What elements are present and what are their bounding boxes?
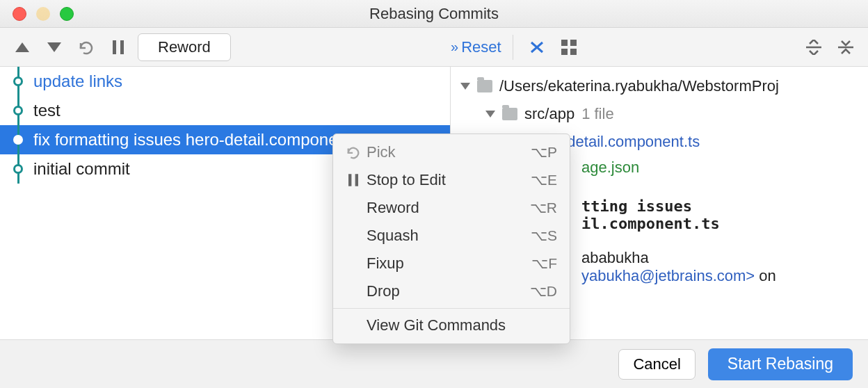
toolbar: Reword » Reset: [0, 28, 868, 67]
commit-email[interactable]: yabukha@jetbrains.com>: [581, 267, 755, 284]
svg-rect-1: [120, 40, 124, 54]
move-down-button[interactable]: [42, 35, 67, 60]
move-up-button[interactable]: [10, 35, 35, 60]
svg-rect-4: [561, 49, 568, 55]
graph-node-icon: [13, 106, 23, 115]
svg-rect-0: [113, 40, 116, 54]
menu-separator: [333, 308, 570, 309]
commit-message: fix formatting issues hero-detail.compon…: [32, 130, 369, 149]
svg-rect-3: [570, 40, 577, 46]
menu-label: Stop to Edit: [364, 171, 531, 189]
svg-rect-9: [355, 174, 358, 186]
menu-label: Fixup: [364, 254, 531, 273]
pause-button[interactable]: [106, 35, 131, 60]
menu-shortcut: ⌥P: [531, 144, 557, 161]
menu-shortcut: ⌥E: [531, 172, 557, 188]
menu-label: View Git Commands: [364, 316, 557, 334]
commit-detail-line: il.component.ts: [581, 215, 868, 232]
chevron-down-icon[interactable]: [485, 111, 495, 118]
divider: [513, 35, 513, 60]
menu-item-squash[interactable]: Squash ⌥S: [333, 222, 570, 250]
menu-item-view-git-commands[interactable]: View Git Commands: [333, 312, 570, 339]
commit-message: initial commit: [32, 159, 130, 179]
commit-detail-line: tting issues: [581, 197, 868, 215]
svg-rect-8: [348, 174, 351, 186]
folder-icon: [502, 108, 517, 120]
grid-icon[interactable]: [556, 35, 581, 60]
collapse-all-icon[interactable]: [833, 35, 858, 60]
commit-author-line: ababukha: [581, 249, 868, 267]
undo-icon: [343, 145, 364, 159]
reset-label: Reset: [461, 38, 501, 56]
merge-icon[interactable]: [524, 35, 549, 60]
pause-icon: [343, 174, 364, 186]
menu-label: Squash: [364, 227, 531, 245]
menu-label: Reword: [364, 199, 530, 217]
tree-root-path: /Users/ekaterina.ryabukha/WebstormProj: [499, 77, 779, 95]
menu-item-stop-to-edit[interactable]: Stop to Edit ⌥E: [333, 166, 570, 194]
tree-folder-name: src/app: [524, 105, 574, 123]
svg-rect-2: [561, 40, 568, 46]
svg-rect-5: [570, 49, 577, 55]
reset-button[interactable]: » Reset: [451, 38, 501, 56]
dialog-footer: Cancel Start Rebasing: [0, 339, 868, 388]
menu-item-drop[interactable]: Drop ⌥D: [333, 277, 570, 305]
menu-item-fixup[interactable]: Fixup ⌥F: [333, 250, 570, 277]
graph-node-icon: [13, 164, 23, 174]
menu-label: Pick: [364, 143, 531, 161]
commit-message: update links: [32, 72, 122, 91]
titlebar: Rebasing Commits: [0, 0, 868, 28]
commit-email-line: yabukha@jetbrains.com> on: [581, 267, 868, 285]
menu-item-pick[interactable]: Pick ⌥P: [333, 138, 570, 166]
reword-button[interactable]: Reword: [138, 33, 231, 61]
menu-item-reword[interactable]: Reword ⌥R: [333, 194, 570, 222]
cancel-button[interactable]: Cancel: [618, 349, 695, 380]
menu-shortcut: ⌥S: [531, 227, 557, 244]
tree-root[interactable]: /Users/ekaterina.ryabukha/WebstormProj: [458, 72, 868, 100]
tree-folder-hint: 1 file: [581, 105, 613, 123]
context-menu: Pick ⌥P Stop to Edit ⌥E Reword ⌥R Squash…: [332, 134, 570, 344]
commit-row[interactable]: update links: [0, 67, 450, 96]
commit-row[interactable]: test: [0, 96, 450, 125]
start-rebasing-button[interactable]: Start Rebasing: [708, 348, 853, 380]
undo-button[interactable]: [74, 35, 99, 60]
window-title: Rebasing Commits: [0, 5, 868, 23]
menu-shortcut: ⌥R: [530, 200, 557, 216]
tree-folder[interactable]: src/app 1 file: [458, 100, 868, 128]
menu-label: Drop: [364, 282, 530, 300]
expand-all-icon[interactable]: [801, 35, 826, 60]
folder-icon: [477, 80, 492, 92]
graph-node-icon: [13, 76, 23, 86]
menu-shortcut: ⌥D: [530, 283, 557, 300]
menu-shortcut: ⌥F: [531, 255, 557, 272]
graph-node-icon: [13, 135, 23, 145]
chevron-down-icon[interactable]: [460, 83, 470, 90]
commit-message: test: [32, 101, 61, 120]
tree-file-name: age.json: [581, 159, 639, 177]
